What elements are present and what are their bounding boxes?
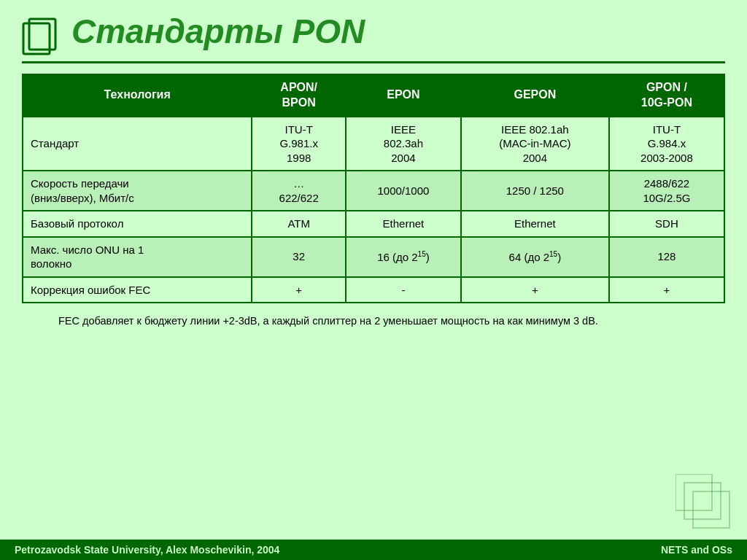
row-label: Базовый протокол <box>23 211 252 237</box>
footer-note: FEC добавляет к бюджету линии +2-3dB, а … <box>58 314 725 330</box>
cell-gepon-fec: + <box>461 277 609 303</box>
cell-gpon-onu: 128 <box>609 237 724 277</box>
svg-rect-3 <box>684 483 721 519</box>
cell-gepon-speed: 1250 / 1250 <box>461 171 609 211</box>
col-header-gpon: GPON /10G-PON <box>609 74 724 117</box>
cell-epon-fec: - <box>346 277 461 303</box>
bottom-right-text: NETS and OSs <box>661 544 732 556</box>
table-row: Стандарт ITU-TG.981.x1998 IEEE802.3ah200… <box>23 117 724 171</box>
row-label: Макс. число ONU на 1волокно <box>23 237 252 277</box>
row-label: Скорость передачи(вниз/вверх), Мбит/с <box>23 171 252 211</box>
cell-epon-standard: IEEE802.3ah2004 <box>346 117 461 171</box>
bottom-left-text: Petrozavodsk State University, Alex Mosc… <box>15 544 279 556</box>
col-header-gepon: GEPON <box>461 74 609 117</box>
cell-apon-standard: ITU-TG.981.x1998 <box>252 117 346 171</box>
cell-gepon-onu: 64 (до 215) <box>461 237 609 277</box>
cell-apon-onu: 32 <box>252 237 346 277</box>
row-label: Коррекция ошибок FEC <box>23 277 252 303</box>
cell-gpon-protocol: SDH <box>609 211 724 237</box>
col-header-apon: APON/BPON <box>252 74 346 117</box>
cell-apon-speed: …622/622 <box>252 171 346 211</box>
table-row: Коррекция ошибок FEC + - + + <box>23 277 724 303</box>
cell-gepon-protocol: Ethernet <box>461 211 609 237</box>
table-row: Скорость передачи(вниз/вверх), Мбит/с …6… <box>23 171 724 211</box>
col-header-tech: Технология <box>23 74 252 117</box>
logo-icon <box>22 18 60 55</box>
row-label: Стандарт <box>23 117 252 171</box>
bottom-bar: Petrozavodsk State University, Alex Mosc… <box>0 540 747 560</box>
corner-decoration <box>676 474 734 532</box>
cell-gpon-speed: 2488/62210G/2.5G <box>609 171 724 211</box>
cell-gpon-fec: + <box>609 277 724 303</box>
cell-apon-protocol: ATM <box>252 211 346 237</box>
main-table-container: Технология APON/BPON EPON GEPON GPON /10… <box>22 74 725 303</box>
table-row: Макс. число ONU на 1волокно 32 16 (до 21… <box>23 237 724 277</box>
cell-gpon-standard: ITU-TG.984.x2003-2008 <box>609 117 724 171</box>
slide: Стандарты PON Технология APON/BPON EPON … <box>0 0 747 560</box>
cell-apon-fec: + <box>252 277 346 303</box>
page-title: Стандарты PON <box>71 13 365 50</box>
cell-epon-speed: 1000/1000 <box>346 171 461 211</box>
header-divider <box>22 61 725 63</box>
cell-epon-onu: 16 (до 215) <box>346 237 461 277</box>
col-header-epon: EPON <box>346 74 461 117</box>
header: Стандарты PON <box>0 0 747 55</box>
cell-epon-protocol: Ethernet <box>346 211 461 237</box>
table-row: Базовый протокол ATM Ethernet Ethernet S… <box>23 211 724 237</box>
cell-gepon-standard: IEEE 802.1ah(MAC-in-MAC)2004 <box>461 117 609 171</box>
standards-table: Технология APON/BPON EPON GEPON GPON /10… <box>22 74 725 303</box>
